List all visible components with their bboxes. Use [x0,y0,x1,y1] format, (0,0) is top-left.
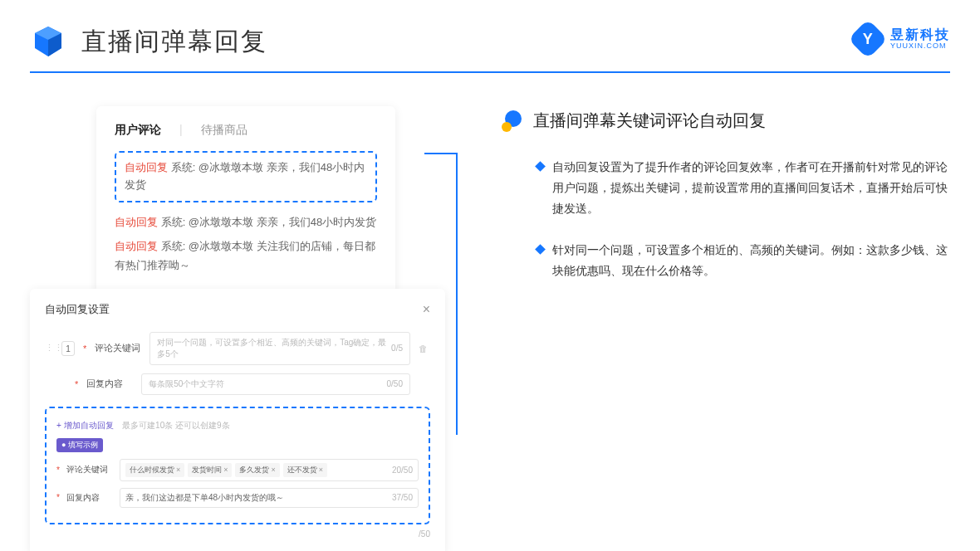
add-hint: 最多可建10条 还可以创建9条 [122,421,229,430]
brand-icon: Y [848,19,888,59]
reply-line-2: 自动回复 系统: @冰墩墩本墩 亲亲，我们48小时内发货 [115,212,377,232]
bullet-1: 自动回复设置为了提升作者的评论回复效率，作者可在开播前针对常见的评论用户问题，提… [502,157,950,220]
content-input[interactable]: 每条限50个中文字符 0/50 [141,373,410,395]
row-index: 1 [61,341,75,356]
delete-icon[interactable]: 🗑 [419,344,430,354]
brand-logo: Y 昱新科技 YUUXIN.COM [854,25,950,53]
tab-user-comments[interactable]: 用户评论 [115,123,161,138]
diamond-icon [535,244,546,255]
ex-content-label: 回复内容 [66,492,113,504]
content-label: 回复内容 [86,378,133,390]
tag-item[interactable]: 什么时候发货× [125,463,184,477]
tab-separator: | [179,123,183,138]
tag-item[interactable]: 还不发货× [283,463,327,477]
add-reply-link[interactable]: + 增加自动回复 [56,421,114,430]
tag-item[interactable]: 多久发货× [235,463,279,477]
brand-name-en: YUUXIN.COM [890,42,950,51]
ex-content-input[interactable]: 亲，我们这边都是下单48小时内发货的哦～ 37/50 [120,488,419,508]
drag-handle-icon[interactable]: ⋮⋮ [45,343,53,354]
close-icon[interactable]: × [423,302,430,317]
bullet-2: 针对同一个问题，可设置多个相近的、高频的关键词。例如：这款多少钱、这块能优惠吗、… [502,240,950,281]
keyword-input[interactable]: 对同一个问题，可设置多个相近、高频的关键词，Tag确定，最多5个 0/5 [149,332,410,365]
keyword-label: 评论关键词 [95,342,141,354]
ex-keyword-label: 评论关键词 [66,464,113,475]
modal-title: 自动回复设置 [45,302,110,317]
auto-reply-tag: 自动回复 [125,161,168,173]
example-section: + 增加自动回复 最多可建10条 还可以创建9条 ● 填写示例 * 评论关键词 … [45,407,430,524]
example-badge: ● 填写示例 [56,438,103,452]
brand-name-cn: 昱新科技 [890,27,950,42]
logo-cube-icon [30,23,66,60]
comments-card: 用户评论 | 待播商品 自动回复 系统: @冰墩墩本墩 亲亲，我们48小时内发货… [96,106,395,297]
highlighted-reply: 自动回复 系统: @冰墩墩本墩 亲亲，我们48小时内发货 [115,151,377,202]
section-title: 直播间弹幕关键词评论自动回复 [533,110,766,132]
tab-pending-products[interactable]: 待播商品 [201,123,247,138]
section-icon [502,110,523,132]
reply-line-3: 自动回复 系统: @冰墩墩本墩 关注我们的店铺，每日都有热门推荐呦～ [115,236,377,276]
diamond-icon [535,161,546,172]
tag-item[interactable]: 发货时间× [188,463,232,477]
settings-modal: 自动回复设置 × ⋮⋮ 1 * 评论关键词 对同一个问题，可设置多个相近、高频的… [30,289,445,551]
page-title: 直播间弹幕回复 [81,25,267,59]
ex-keyword-tags[interactable]: 什么时候发货× 发货时间× 多久发货× 还不发货× 20/50 [120,459,419,481]
outer-count: /50 [45,529,430,539]
